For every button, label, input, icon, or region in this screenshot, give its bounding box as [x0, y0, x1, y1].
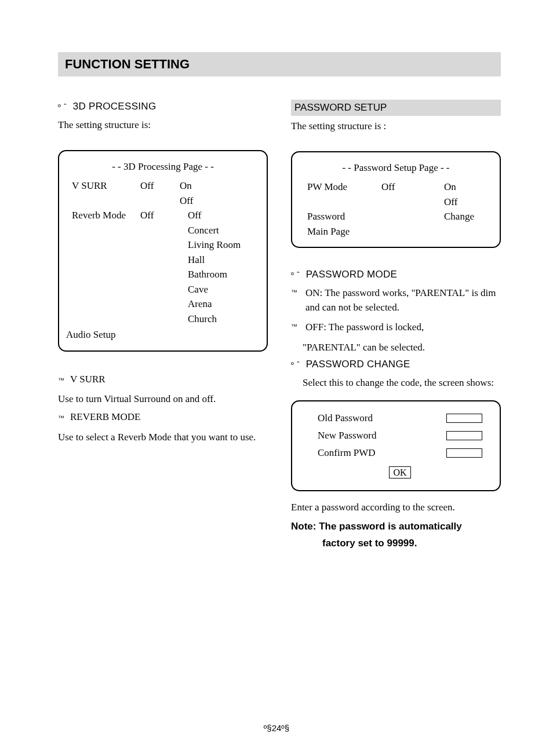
panel-title-password: - - Password Setup Page - -	[307, 160, 485, 176]
old-password-label: Old Password	[318, 410, 373, 427]
sub-bullet-icon: ™	[58, 414, 64, 421]
confirm-password-field[interactable]	[446, 448, 482, 458]
new-password-field[interactable]	[446, 431, 482, 440]
mainpage-label: Main Page	[307, 224, 485, 239]
intro-text-3d: The setting structure is:	[58, 118, 268, 133]
enter-password-text: Enter a password according to the screen…	[291, 501, 501, 515]
panel-password-change: Old Password New Password Confirm PWD OK	[291, 400, 501, 491]
sub-bullet-icon: ™	[291, 286, 297, 295]
pwchange-desc: Select this to change the code, the scre…	[291, 376, 501, 390]
pwmode-opt-1: Off	[432, 195, 485, 210]
bullet-icon: º ˆ	[291, 271, 300, 279]
note-line2: factory set to 99999.	[291, 535, 501, 552]
reverb-label: Reverb Mode	[72, 208, 136, 223]
bullet-icon: º ˆ	[58, 103, 67, 111]
vsurr-current: Off	[140, 178, 175, 193]
reverb-opt-0: Off	[180, 208, 254, 223]
panel-password-setup: - - Password Setup Page - - PW Mode Off …	[291, 151, 501, 249]
panel-footer-audio-setup: Audio Setup	[66, 327, 254, 342]
section-heading-password-setup: PASSWORD SETUP	[291, 100, 501, 116]
pwmode-label: PW Mode	[307, 180, 377, 195]
vsurr-label: V SURR	[72, 178, 136, 193]
left-column: º ˆ 3D PROCESSING The setting structure …	[58, 100, 268, 552]
reverb-current: Off	[140, 208, 175, 223]
page-number: º§24º§	[0, 723, 553, 733]
bullet-icon: º ˆ	[291, 360, 300, 369]
vsurr-opt-0: On	[180, 178, 254, 193]
reverb-opt-7: Church	[180, 312, 254, 327]
panel-3d-processing: - - 3D Processing Page - - V SURR Off On…	[58, 150, 268, 352]
new-password-label: New Password	[318, 427, 377, 444]
reverb-subhead: REVERB MODE	[70, 410, 140, 425]
reverb-opt-2: Living Room	[180, 238, 254, 253]
pwmode-off-text2: "PARENTAL" can be selected.	[291, 341, 501, 355]
panel-title-3d: - - 3D Processing Page - -	[72, 159, 254, 174]
pwmode-off-text1: OFF: The password is locked,	[303, 320, 424, 335]
pwmode-on-text: ON: The password works, "PARENTAL" is di…	[303, 286, 501, 315]
reverb-opt-5: Cave	[180, 282, 254, 297]
page-title: FUNCTION SETTING	[58, 52, 501, 76]
section-heading-3d: 3D PROCESSING	[73, 101, 157, 112]
reverb-desc: Use to select a Reverb Mode that you wan…	[58, 430, 268, 445]
password-value: Change	[432, 209, 485, 224]
reverb-opt-4: Bathroom	[180, 267, 254, 282]
vsurr-desc: Use to turn Virtual Surround on and off.	[58, 392, 268, 407]
section-heading-password-change: PASSWORD CHANGE	[306, 359, 410, 370]
reverb-opt-6: Arena	[180, 297, 254, 312]
note-line1: Note: The password is automatically	[291, 518, 501, 535]
pwmode-current: Off	[381, 180, 428, 195]
reverb-opt-3: Hall	[180, 253, 254, 268]
confirm-password-label: Confirm PWD	[318, 444, 376, 462]
password-label: Password	[307, 209, 377, 224]
intro-text-password: The setting structure is :	[291, 119, 501, 134]
old-password-field[interactable]	[446, 414, 482, 423]
ok-button[interactable]: OK	[389, 466, 410, 479]
reverb-opt-1: Concert	[180, 223, 254, 238]
vsurr-subhead: V SURR	[70, 372, 105, 387]
right-column: PASSWORD SETUP The setting structure is …	[291, 100, 501, 552]
pwmode-opt-0: On	[432, 180, 485, 195]
vsurr-opt-1: Off	[180, 193, 254, 209]
sub-bullet-icon: ™	[291, 320, 297, 330]
sub-bullet-icon: ™	[58, 377, 64, 384]
section-heading-password-mode: PASSWORD MODE	[306, 269, 398, 280]
